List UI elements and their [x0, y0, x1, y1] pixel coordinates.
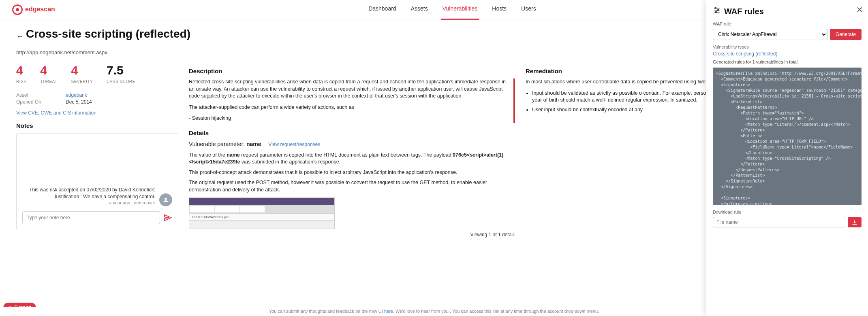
screenshot-address: 127.0.0.1/bWAPP/xss.php — [189, 213, 334, 221]
send-icon[interactable] — [163, 211, 172, 224]
risk-value: 4 — [16, 62, 26, 79]
description-body: Reflected cross-site scripting vulnerabi… — [189, 78, 515, 123]
svg-point-0 — [165, 197, 167, 199]
avatar — [159, 193, 172, 206]
vtypes-label: Vulnerability types — [713, 44, 862, 50]
back-arrow-icon[interactable]: ← — [16, 32, 24, 42]
user-icon — [162, 197, 169, 203]
opened-label: Opened On — [16, 99, 41, 106]
svg-point-5 — [718, 9, 719, 11]
notes-box: This was risk accepted on 07/02/2020 by … — [16, 133, 178, 230]
vtypes-value[interactable]: Cross-site scripting (reflected) — [713, 51, 862, 57]
severity-value: 4 — [71, 62, 93, 79]
param-name: name — [246, 141, 261, 147]
detail-sentence-mid: request parameter is copied into the HTM… — [240, 152, 453, 158]
description-p1: Reflected cross-site scripting vulnerabi… — [189, 78, 509, 100]
waf-rules-drawer: ✕ WAF rules WAF rule Citrix Netscaler Ap… — [706, 0, 868, 246]
note-input[interactable] — [22, 211, 160, 224]
screenshot-thumbnail[interactable]: 127.0.0.1/bWAPP/xss.php — [189, 197, 335, 229]
nav-users[interactable]: Users — [520, 0, 538, 20]
logo-icon — [12, 4, 23, 15]
page-title: Cross-site scripting (reflected) — [26, 26, 190, 42]
wafrule-label: WAF rule — [713, 21, 862, 27]
drawer-title: WAF rules — [724, 6, 764, 17]
note-user: demo-user — [134, 200, 155, 205]
generate-button[interactable]: Generate — [830, 29, 862, 40]
generated-summary: Generated rules for 1 vulnerabilities in… — [713, 59, 862, 65]
nav-dashboard[interactable]: Dashboard — [367, 0, 398, 20]
opened-value: Dec 5, 2014 — [66, 99, 92, 106]
cve-link[interactable]: View CVE, CWE and CIS information — [16, 110, 178, 117]
original-request-text: The original request used the POST metho… — [189, 179, 515, 193]
threat-value: 4 — [40, 62, 57, 79]
note-time: a year ago — [109, 200, 130, 205]
svg-point-4 — [715, 7, 716, 8]
detail-param: name — [227, 152, 240, 158]
nav-assets[interactable]: Assets — [409, 0, 430, 20]
wafrule-select[interactable]: Citrix Netscaler AppFirewall — [713, 29, 827, 40]
detail-sentence-post: was submitted in the application's respo… — [240, 159, 340, 165]
severity-label: SEVERITY — [71, 79, 93, 85]
nav-vulnerabilities[interactable]: Vulnerabilities — [441, 0, 479, 20]
rule-code[interactable]: <SignaturesFile xmlns:xsi="http://www.w3… — [713, 68, 862, 205]
download-icon — [851, 219, 858, 225]
asset-label: Asset — [16, 92, 41, 99]
viewing-count: Viewing 1 of 1 detail. — [189, 231, 515, 238]
note-text: This was risk accepted on 07/02/2020 by … — [22, 187, 155, 200]
score-row: 4RISK 4THREAT 4SEVERITY 7.5CVSS SCORE — [16, 62, 178, 85]
detail-sentence-pre: The value of the — [189, 152, 227, 158]
download-filename-input[interactable] — [713, 217, 845, 227]
notes-heading: Notes — [16, 121, 178, 130]
cvss-label: CVSS SCORE — [107, 79, 135, 85]
svg-point-6 — [716, 11, 717, 13]
details-heading: Details — [189, 129, 515, 137]
description-heading: Description — [189, 67, 515, 75]
brand-logo[interactable]: edgescan — [12, 4, 55, 15]
main-nav: Dashboard Assets Vulnerabilities Hosts U… — [367, 0, 538, 20]
description-p2: The attacker-supplied code can perform a… — [189, 104, 509, 111]
brand-name: edgescan — [25, 5, 55, 14]
view-request-link[interactable]: View request/responses — [268, 142, 320, 147]
download-button[interactable] — [848, 217, 862, 227]
risk-label: RISK — [16, 79, 26, 85]
close-icon[interactable]: ✕ — [856, 4, 863, 15]
download-label: Download rule — [713, 209, 862, 215]
param-label: Vulnerable parameter: — [189, 141, 245, 147]
asset-link[interactable]: edgebank — [66, 92, 87, 98]
proof-text: This proof-of-concept attack demonstrate… — [189, 169, 515, 176]
sliders-icon — [713, 6, 721, 17]
cvss-value: 7.5 — [107, 62, 135, 79]
description-bullet: - Session hijacking — [189, 115, 509, 122]
nav-hosts[interactable]: Hosts — [490, 0, 508, 20]
threat-label: THREAT — [40, 79, 57, 85]
